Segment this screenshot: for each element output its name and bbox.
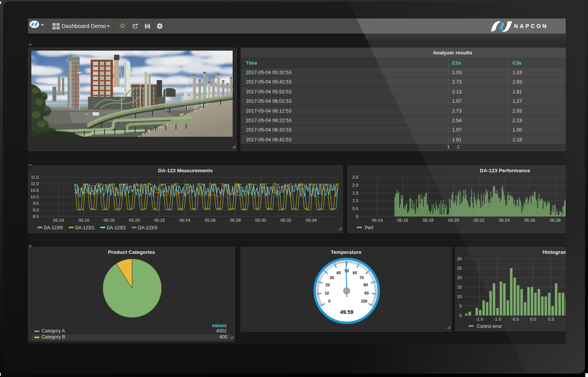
svg-text:25: 25 (457, 266, 462, 270)
svg-text:30: 30 (457, 256, 462, 261)
svg-text:0: 0 (328, 299, 330, 303)
svg-text:05:22: 05:22 (474, 218, 485, 222)
svg-text:2.0: 2.0 (352, 183, 358, 187)
svg-text:0: 0 (356, 214, 358, 219)
svg-text:DA-123/2: DA-123/2 (106, 225, 126, 230)
svg-text:8.5: 8.5 (33, 214, 39, 219)
svg-text:11.0: 11.0 (31, 181, 39, 186)
svg-text:05:20: 05:20 (129, 218, 140, 222)
svg-text:15: 15 (457, 285, 462, 289)
svg-text:Perf: Perf (365, 225, 373, 230)
svg-text:80: 80 (364, 283, 368, 287)
svg-text:70: 70 (360, 275, 364, 280)
svg-text:9.5: 9.5 (33, 201, 39, 205)
svg-text:2.5: 2.5 (352, 175, 358, 179)
svg-text:1.0: 1.0 (352, 198, 358, 203)
svg-text:05:16: 05:16 (79, 218, 90, 222)
svg-text:-0.5: -0.5 (511, 317, 519, 321)
svg-text:11.5: 11.5 (31, 175, 39, 179)
svg-text:05:14: 05:14 (53, 218, 64, 222)
svg-text:0.5: 0.5 (352, 206, 358, 211)
svg-text:05:18: 05:18 (423, 218, 434, 222)
svg-text:5: 5 (460, 304, 462, 308)
svg-text:05:20: 05:20 (448, 218, 459, 222)
svg-text:05:18: 05:18 (103, 218, 114, 222)
svg-text:10: 10 (457, 294, 462, 299)
svg-text:0.0: 0.0 (530, 317, 536, 321)
svg-text:05:26: 05:26 (205, 218, 216, 222)
svg-text:90: 90 (364, 291, 369, 295)
svg-text:05:34: 05:34 (306, 218, 317, 222)
svg-text:DA-123/3: DA-123/3 (138, 225, 157, 230)
svg-text:DA-123/0: DA-123/0 (44, 225, 63, 230)
svg-text:05:16: 05:16 (397, 218, 408, 222)
svg-text:60: 60 (353, 270, 357, 275)
svg-text:10.5: 10.5 (31, 188, 39, 193)
svg-text:49.59: 49.59 (340, 309, 353, 315)
svg-text:10: 10 (324, 291, 329, 295)
svg-text:40: 40 (336, 270, 341, 275)
svg-text:05:14: 05:14 (372, 218, 383, 222)
svg-text:0.5: 0.5 (548, 317, 554, 321)
svg-text:05:30: 05:30 (255, 218, 266, 222)
svg-text:DA-123/1: DA-123/1 (75, 225, 94, 230)
svg-text:05:24: 05:24 (179, 218, 190, 222)
svg-text:100: 100 (361, 299, 367, 303)
svg-text:10.0: 10.0 (31, 195, 39, 199)
svg-text:05:26: 05:26 (524, 218, 535, 222)
svg-text:1.5: 1.5 (352, 191, 358, 195)
svg-text:Control error: Control error (477, 324, 502, 329)
svg-text:05:28: 05:28 (230, 218, 241, 222)
svg-text:-1.0: -1.0 (494, 317, 501, 321)
svg-text:05:24: 05:24 (499, 218, 510, 222)
svg-text:20: 20 (457, 275, 462, 280)
svg-text:20: 20 (326, 283, 330, 287)
svg-text:05:22: 05:22 (154, 218, 165, 222)
svg-text:30: 30 (330, 275, 334, 280)
svg-text:0: 0 (460, 313, 462, 318)
svg-text:05:28: 05:28 (550, 218, 561, 222)
svg-text:9.0: 9.0 (33, 208, 39, 212)
svg-text:05:32: 05:32 (281, 218, 292, 222)
svg-text:-1.5: -1.5 (476, 317, 483, 321)
